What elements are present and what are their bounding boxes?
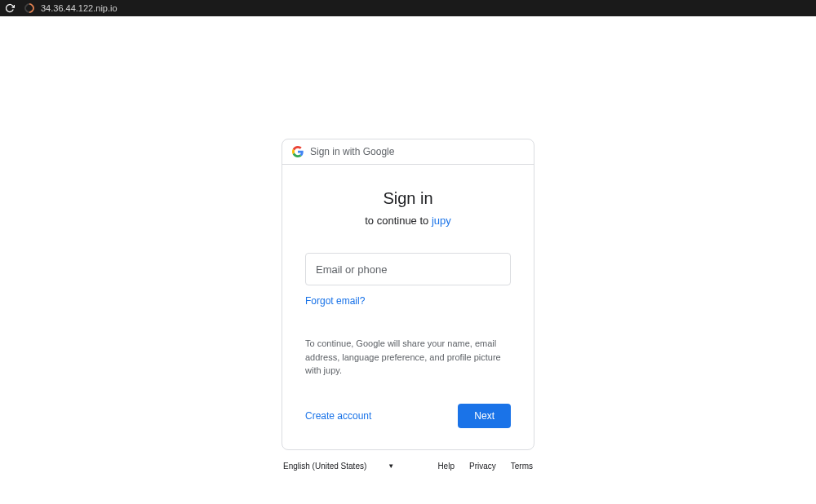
signin-card: Sign in with Google Sign in to continue …	[282, 139, 534, 450]
terms-link[interactable]: Terms	[511, 462, 533, 471]
page-content: Sign in with Google Sign in to continue …	[0, 16, 816, 471]
google-logo-icon	[292, 146, 304, 157]
signin-header-text: Sign in with Google	[310, 146, 394, 157]
signin-header: Sign in with Google	[282, 139, 534, 165]
disclaimer-text: To continue, Google will share your name…	[305, 337, 511, 378]
footer-links: Help Privacy Terms	[437, 462, 533, 471]
subtitle-prefix: to continue to	[365, 214, 432, 227]
signin-title: Sign in	[305, 189, 511, 208]
create-account-link[interactable]: Create account	[305, 410, 371, 422]
signin-body: Sign in to continue to jupy Forgot email…	[282, 165, 534, 449]
footer: English (United States) ▼ Help Privacy T…	[282, 462, 534, 471]
privacy-link[interactable]: Privacy	[469, 462, 496, 471]
reload-icon[interactable]	[5, 3, 15, 13]
signin-subtitle: to continue to jupy	[305, 214, 511, 227]
help-link[interactable]: Help	[437, 462, 455, 471]
app-link[interactable]: jupy	[432, 214, 451, 227]
language-label: English (United States)	[283, 462, 366, 471]
button-row: Create account Next	[305, 404, 511, 428]
email-field[interactable]	[305, 253, 511, 285]
browser-bar: 34.36.44.122.nip.io	[0, 0, 816, 16]
language-selector[interactable]: English (United States) ▼	[283, 462, 394, 471]
next-button[interactable]: Next	[458, 404, 511, 428]
chevron-down-icon: ▼	[388, 462, 394, 470]
forgot-email-link[interactable]: Forgot email?	[305, 295, 365, 307]
favicon-icon	[23, 2, 37, 15]
url-text: 34.36.44.122.nip.io	[41, 3, 118, 13]
